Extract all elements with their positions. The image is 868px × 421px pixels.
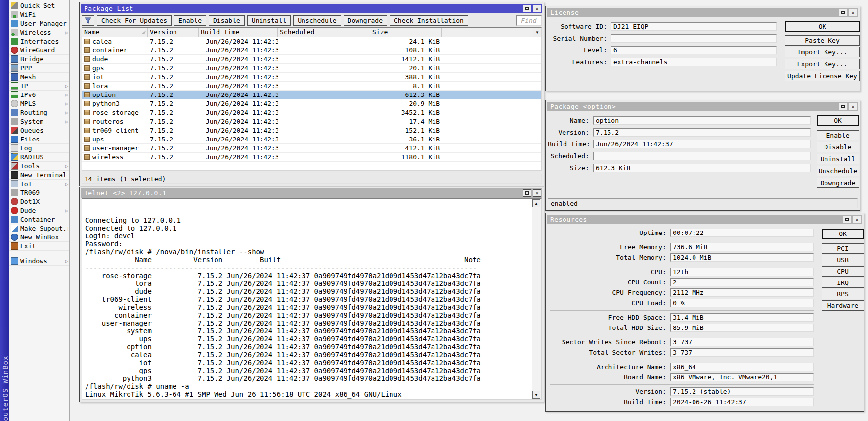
sidebar-item-exit[interactable]: Exit: [9, 242, 69, 251]
sidebar-item-user-manager[interactable]: User Manager: [9, 19, 69, 28]
sidebar-item-radius[interactable]: RADIUS: [9, 153, 69, 162]
sidebar-item-wireguard[interactable]: WireGuard: [9, 46, 69, 55]
version-field[interactable]: 7.15.2: [593, 128, 811, 137]
serial-number-field[interactable]: [611, 34, 777, 43]
column-header-size[interactable]: Size: [370, 28, 442, 37]
sidebar-item-routing[interactable]: Routing▷: [9, 108, 69, 117]
filter-icon[interactable]: [82, 15, 94, 26]
package-list-titlebar[interactable]: Package List ✕: [81, 4, 542, 13]
maximize-icon[interactable]: [523, 189, 531, 197]
uptime-field[interactable]: 00:07:22: [670, 229, 814, 237]
terminal-scrollbar[interactable]: ▲ ▼: [532, 199, 541, 399]
table-row-wireless[interactable]: wireless7.15.2Jun/26/2024 11:42:371180.1…: [82, 153, 541, 162]
build-time-field[interactable]: 2024-06-26 11:42:37: [670, 398, 814, 406]
table-row-calea[interactable]: calea7.15.2Jun/26/2024 11:42:3724.1 KiB: [82, 37, 541, 46]
size-field[interactable]: 612.3 KiB: [593, 164, 811, 172]
build-time-field[interactable]: Jun/26/2024 11:42:37: [593, 140, 811, 148]
scheduled-field[interactable]: [593, 152, 811, 160]
maximize-icon[interactable]: [843, 216, 851, 223]
uninstall-button[interactable]: Uninstall: [247, 15, 291, 26]
free-memory-field[interactable]: 736.6 MiB: [670, 243, 814, 251]
table-row-dude[interactable]: dude7.15.2Jun/26/2024 11:42:371412.1 KiB: [82, 55, 541, 64]
sidebar-item-container[interactable]: Container: [9, 215, 69, 224]
sidebar-item-tools[interactable]: Tools▷: [9, 162, 69, 171]
sidebar-item-mpls[interactable]: MPLS▷: [9, 99, 69, 108]
sidebar-item-dot1x[interactable]: Dot1X: [9, 197, 69, 206]
sidebar-item-new-terminal[interactable]: New Terminal: [9, 171, 69, 180]
license-titlebar[interactable]: License ✕: [547, 8, 858, 17]
uninstall-button[interactable]: Uninstall: [817, 154, 859, 164]
ok-button[interactable]: OK: [785, 21, 860, 32]
table-row-ups[interactable]: ups7.15.2Jun/26/2024 11:42:3736.1 KiB: [82, 135, 541, 144]
features-field[interactable]: extra-channels: [611, 58, 777, 66]
close-icon[interactable]: ✕: [849, 103, 857, 110]
maximize-icon[interactable]: [839, 103, 847, 110]
table-row-tr069-client[interactable]: tr069-client7.15.2Jun/26/2024 11:42:3715…: [82, 126, 541, 135]
export-key-button[interactable]: Export Key...: [785, 59, 860, 69]
software-id-field[interactable]: DJ21-EIQP: [611, 22, 777, 31]
sidebar-item-quick-set[interactable]: Quick Set: [9, 1, 69, 10]
disable-button[interactable]: Disable: [817, 142, 859, 152]
sidebar-item-interfaces[interactable]: Interfaces: [9, 37, 69, 46]
board-name-field[interactable]: x86 VMware, Inc. VMware20,1: [670, 373, 814, 381]
sidebar-item-wireless[interactable]: Wireless▷: [9, 28, 69, 37]
sidebar-item-dude[interactable]: Dude▷: [9, 206, 69, 215]
table-row-gps[interactable]: gps7.15.2Jun/26/2024 11:42:3720.1 KiB: [82, 64, 541, 73]
sidebar-item-ipv6[interactable]: IPv6▷: [9, 91, 69, 99]
cpu-load-field[interactable]: 0 %: [670, 299, 814, 307]
column-header-version[interactable]: Version: [148, 28, 199, 37]
version-field[interactable]: 7.15.2 (stable): [670, 387, 814, 396]
find-input[interactable]: [516, 15, 542, 26]
pci-button[interactable]: PCI: [822, 243, 864, 254]
telnet-titlebar[interactable]: Telnet <2> 127.0.0.1 ✕: [81, 188, 542, 198]
total-hdd-size-field[interactable]: 85.9 MiB: [670, 324, 814, 332]
column-select-icon[interactable]: ▼: [533, 28, 541, 37]
hardware-button[interactable]: Hardware: [822, 300, 864, 311]
maximize-icon[interactable]: [839, 9, 847, 16]
table-row-rose-storage[interactable]: rose-storage7.15.2Jun/26/2024 11:42:3734…: [82, 108, 541, 117]
total-memory-field[interactable]: 1024.0 MiB: [670, 253, 814, 262]
sidebar-item-mesh[interactable]: Mesh: [9, 73, 69, 82]
sector-writes-since-reboot-field[interactable]: 3 737: [670, 338, 814, 346]
cpu-button[interactable]: CPU: [822, 266, 864, 277]
sidebar-item-files[interactable]: Files: [9, 135, 69, 144]
downgrade-button[interactable]: Downgrade: [817, 178, 859, 188]
cpu-count-field[interactable]: 2: [670, 278, 814, 286]
table-row-option[interactable]: option7.15.2Jun/26/2024 11:42:37612.3 Ki…: [82, 91, 541, 99]
table-row-user-manager[interactable]: user-manager7.15.2Jun/26/2024 11:42:3741…: [82, 144, 541, 153]
table-row-container[interactable]: container7.15.2Jun/26/2024 11:42:37108.1…: [82, 46, 541, 55]
close-icon[interactable]: ✕: [533, 5, 541, 12]
sidebar-item-queues[interactable]: Queues: [9, 126, 69, 135]
sidebar-item-ppp[interactable]: PPP: [9, 64, 69, 73]
close-icon[interactable]: ✕: [853, 216, 861, 223]
column-header-scheduled[interactable]: Scheduled: [278, 28, 370, 37]
disable-button[interactable]: Disable: [209, 15, 245, 26]
rps-button[interactable]: RPS: [822, 289, 864, 299]
free-hdd-space-field[interactable]: 31.4 MiB: [670, 313, 814, 322]
column-header-name[interactable]: Name: [82, 28, 148, 37]
resources-titlebar[interactable]: Resources ✕: [547, 215, 862, 224]
table-row-lora[interactable]: lora7.15.2Jun/26/2024 11:42:378.1 KiB: [82, 82, 541, 91]
name-field[interactable]: option: [593, 116, 811, 125]
column-header-build-time[interactable]: Build Time: [199, 28, 278, 37]
sidebar-item-system[interactable]: System▷: [9, 117, 69, 126]
table-row-python3[interactable]: python37.15.2Jun/26/2024 11:42:3720.9 Mi…: [82, 99, 541, 108]
sidebar-item-windows[interactable]: Windows▷: [9, 257, 69, 266]
level-field[interactable]: 6: [611, 46, 777, 54]
irq-button[interactable]: IRQ: [822, 278, 864, 288]
close-icon[interactable]: ✕: [533, 189, 541, 197]
scroll-up-icon[interactable]: ▲: [532, 199, 540, 207]
table-row-routeros[interactable]: routeros7.15.2Jun/26/2024 11:42:3717.4 M…: [82, 117, 541, 126]
sidebar-item-bridge[interactable]: Bridge: [9, 55, 69, 64]
enable-button[interactable]: Enable: [174, 15, 206, 26]
usb-button[interactable]: USB: [822, 255, 864, 265]
package-option-titlebar[interactable]: Package <option> ✕: [547, 102, 858, 111]
maximize-icon[interactable]: [523, 5, 531, 12]
sidebar-item-tr069[interactable]: TR069: [9, 188, 69, 197]
architecture-name-field[interactable]: x86_64: [670, 363, 814, 371]
update-license-key-button[interactable]: Update License Key: [785, 71, 860, 81]
unschedule-button[interactable]: Unschedule: [817, 166, 859, 176]
close-icon[interactable]: ✕: [849, 9, 857, 16]
downgrade-button[interactable]: Downgrade: [344, 15, 387, 26]
sidebar-item-make-supout-rif[interactable]: Make Supout.rif: [9, 224, 69, 233]
